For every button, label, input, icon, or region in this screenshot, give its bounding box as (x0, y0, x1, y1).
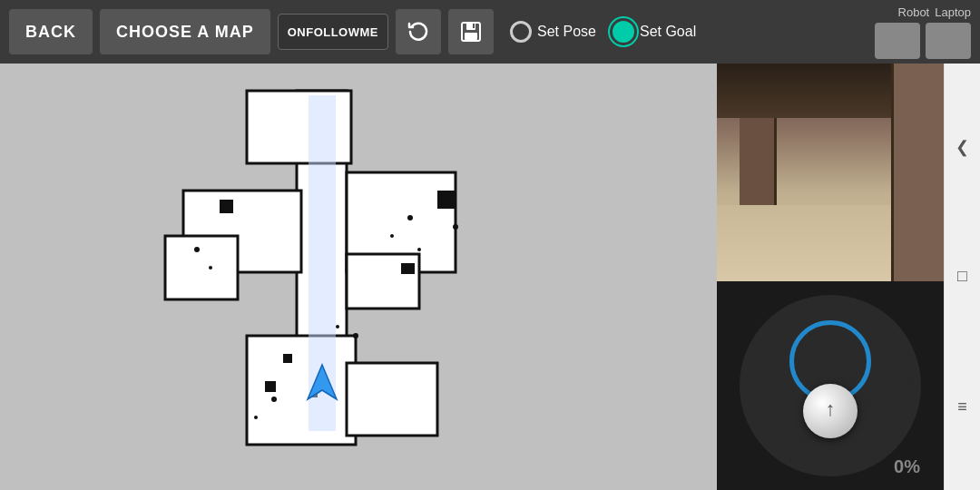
square-button[interactable]: □ (946, 260, 979, 293)
robot-laptop-panel: Robot Laptop (875, 5, 971, 59)
svg-rect-2 (465, 33, 477, 40)
svg-point-30 (453, 224, 458, 230)
svg-point-27 (194, 247, 200, 252)
svg-point-26 (353, 333, 358, 338)
svg-rect-10 (347, 363, 437, 436)
joystick-thumb[interactable]: ↑ (803, 384, 858, 438)
robot-status-box (875, 23, 920, 59)
set-goal-label: Set Goal (640, 24, 696, 40)
svg-rect-11 (165, 236, 238, 299)
set-pose-radio[interactable] (510, 21, 532, 43)
camera-feed (717, 64, 944, 281)
set-pose-label: Set Pose (537, 24, 596, 40)
chevron-left-button[interactable]: ❮ (946, 131, 979, 163)
menu-icon: ≡ (957, 397, 967, 416)
svg-point-25 (336, 325, 339, 328)
joystick-area[interactable]: ↑ 0% (717, 281, 944, 490)
svg-rect-16 (283, 354, 292, 363)
speed-percent-label: 0% (894, 456, 920, 477)
svg-rect-15 (265, 381, 276, 392)
set-goal-radio[interactable] (612, 21, 634, 43)
rl-boxes (875, 23, 971, 59)
main-content: ↑ 0% ❮ □ ≡ (0, 64, 980, 490)
robot-label: Robot (898, 5, 930, 19)
right-panel: ↑ 0% (717, 64, 944, 490)
laptop-label: Laptop (935, 5, 971, 19)
svg-point-20 (407, 215, 413, 220)
svg-rect-9 (247, 336, 356, 445)
set-goal-option[interactable]: Set Goal (612, 21, 696, 43)
svg-rect-12 (220, 200, 233, 213)
svg-point-24 (254, 416, 258, 419)
save-button[interactable] (448, 9, 494, 54)
svg-rect-14 (401, 263, 415, 274)
side-nav: ❮ □ ≡ (944, 64, 980, 490)
choose-map-button[interactable]: CHOOSE A MAP (100, 9, 270, 54)
camera-ceiling (717, 64, 944, 118)
svg-point-22 (417, 248, 421, 251)
refresh-button[interactable] (396, 9, 441, 54)
joystick-arrow-icon: ↑ (826, 397, 836, 421)
camera-floor (717, 205, 944, 281)
set-pose-option[interactable]: Set Pose (510, 21, 596, 43)
svg-rect-8 (347, 254, 419, 309)
square-icon: □ (957, 267, 967, 286)
svg-rect-3 (473, 24, 475, 28)
save-icon (459, 20, 483, 44)
svg-rect-13 (437, 191, 456, 209)
header: BACK CHOOSE A MAP ONFOLLOWME Set Pose Se… (0, 0, 980, 64)
camera-image (717, 64, 944, 281)
svg-point-23 (271, 397, 277, 402)
laptop-status-box (926, 23, 971, 59)
back-button[interactable]: BACK (9, 9, 93, 54)
svg-point-21 (390, 234, 394, 238)
follow-me-button[interactable]: ONFOLLOWME (278, 14, 388, 50)
chevron-left-icon: ❮ (956, 137, 969, 157)
rl-labels: Robot Laptop (898, 5, 971, 19)
pose-goal-area: Set Pose Set Goal (510, 21, 867, 43)
joystick-outer[interactable]: ↑ (740, 295, 921, 476)
map-svg (129, 82, 546, 472)
map-area[interactable] (0, 64, 717, 490)
svg-point-29 (449, 202, 453, 206)
svg-point-28 (209, 266, 212, 270)
menu-button[interactable]: ≡ (946, 390, 979, 423)
refresh-icon (407, 20, 430, 44)
